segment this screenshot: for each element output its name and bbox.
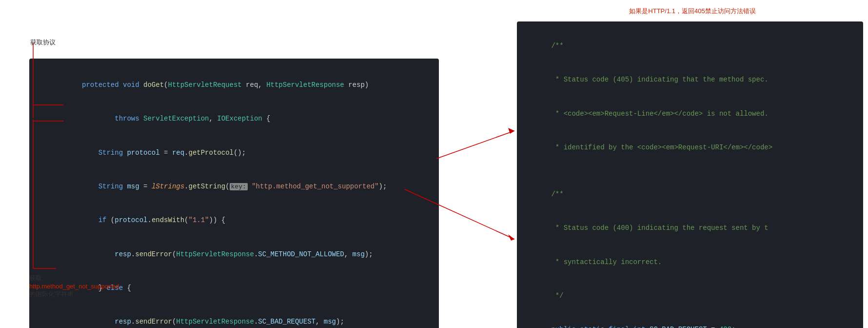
svg-marker-8: [508, 234, 514, 241]
rbc-line-3: * syntactically incorrect.: [527, 246, 853, 279]
code-line-2: throws ServletException, IOException {: [41, 102, 427, 136]
svg-line-5: [436, 131, 514, 159]
code-line-6: resp.sendError(HttpServletResponse.SC_ME…: [41, 237, 427, 271]
bottom-annotation: 获取 http.method_get_not_supported 的国际化字符串: [29, 274, 119, 299]
code-line-5: if (protocol.endsWith("1.1")) {: [41, 204, 427, 237]
rbc-line-5: public static final int SC_BAD_REQUEST =…: [527, 313, 853, 328]
svg-marker-6: [508, 128, 514, 134]
code-line-4: String msg = lStrings.getString(key: "ht…: [41, 170, 427, 204]
rbc-line-2: * Status code (400) indicating the reque…: [527, 211, 853, 245]
annotation-get-protocol: 获取协议: [30, 38, 56, 47]
right-code-panel-bottom: /** * Status code (400) indicating the r…: [517, 170, 863, 328]
bottom-annotation-line3: 的国际化字符串: [29, 290, 119, 299]
rbc-line-4: */: [527, 279, 853, 313]
code-line-1: protected void doGet(HttpServletRequest …: [41, 68, 427, 102]
rtc-line-2: * Status code (405) indicating that the …: [527, 63, 853, 97]
code-line-8: resp.sendError(HttpServletResponse.SC_BA…: [41, 305, 427, 328]
rtc-line-4: * identified by the <code><em>Request-UR…: [527, 131, 853, 164]
bottom-annotation-line2: http.method_get_not_supported: [29, 283, 119, 290]
page-container: 获取协议 如果是HTTP/1.1，返回405禁止访问方法错误 如果不是HTTP/…: [0, 0, 868, 328]
right-top-label: 如果是HTTP/1.1，返回405禁止访问方法错误: [517, 7, 868, 16]
rtc-line-1: /**: [527, 29, 853, 63]
rbc-line-1: /**: [527, 178, 853, 211]
rtc-line-3: * <code><em>Request-Line</em></code> is …: [527, 97, 853, 131]
code-line-3: String protocol = req.getProtocol();: [41, 136, 427, 170]
bottom-annotation-line1: 获取: [29, 274, 119, 283]
